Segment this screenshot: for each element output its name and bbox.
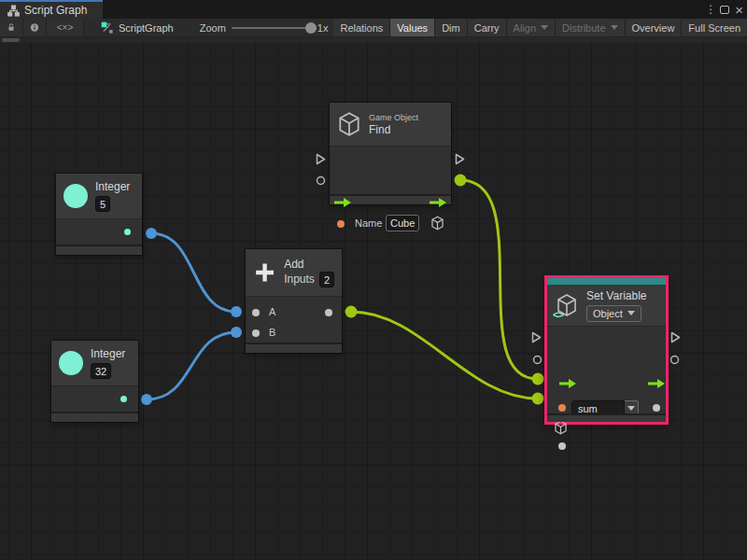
wire-integer5-to-add-a[interactable] <box>151 233 236 312</box>
tab-title: Script Graph <box>24 4 87 17</box>
graph-name-label: ScriptGraph <box>93 19 181 36</box>
flow-entry-triangle-icon[interactable] <box>316 153 326 165</box>
node-footer <box>56 245 142 255</box>
dim-button[interactable]: Dim <box>435 19 468 36</box>
node-title: Find <box>369 123 418 136</box>
wire-add-to-setvariable-value[interactable] <box>351 312 538 399</box>
node-integer-top[interactable]: Integer 5 <box>56 174 142 255</box>
script-graph-window: Script Graph ⋮ × <×> <box>0 0 747 560</box>
maximize-icon[interactable] <box>720 6 729 14</box>
code-preview-button[interactable]: <×> <box>47 19 84 36</box>
game-object-cube-icon <box>337 111 361 137</box>
carry-button[interactable]: Carry <box>468 19 507 36</box>
lock-button[interactable] <box>0 19 23 36</box>
output-port[interactable] <box>120 396 127 402</box>
window-menu-icon[interactable]: ⋮ <box>705 3 714 16</box>
variable-scope-dropdown[interactable]: Object <box>586 305 641 322</box>
node-header: Integer 5 <box>56 174 142 218</box>
variable-output-port[interactable] <box>653 404 660 412</box>
relations-label: Relations <box>340 22 383 34</box>
align-label: Align <box>514 22 536 34</box>
flow-output-arrow-icon[interactable] <box>429 197 447 208</box>
wire-endpoint[interactable] <box>455 175 467 187</box>
variable-name-port[interactable] <box>558 404 566 412</box>
wire-endpoint[interactable] <box>231 327 242 338</box>
wire-integer32-to-add-b[interactable] <box>147 332 236 399</box>
node-body <box>51 385 138 412</box>
zoom-control: Zoom 1x <box>194 19 334 36</box>
game-object-port-icon[interactable] <box>430 216 444 231</box>
node-set-variable[interactable]: <> Set Variable Object <box>544 275 669 425</box>
flow-input-arrow-icon[interactable] <box>558 378 577 389</box>
zoom-label: Zoom <box>200 22 226 34</box>
wire-endpoint[interactable] <box>141 394 152 405</box>
values-button[interactable]: Values <box>390 19 435 36</box>
inputs-count-field[interactable]: 2 <box>319 272 334 287</box>
relations-button[interactable]: Relations <box>333 19 390 36</box>
fullscreen-button[interactable]: Full Screen <box>682 19 747 36</box>
add-plus-icon <box>253 260 276 285</box>
node-body <box>56 218 142 245</box>
distribute-caret-icon <box>611 25 618 30</box>
close-icon[interactable]: × <box>735 3 743 17</box>
inputs-label: Inputs <box>284 273 315 286</box>
overview-label: Overview <box>632 22 675 34</box>
node-footer <box>51 412 138 422</box>
value-port-circle-icon[interactable] <box>669 355 680 365</box>
integer-value-field[interactable]: 5 <box>95 196 110 212</box>
code-angle-icon: <> <box>553 309 563 320</box>
node-header: Integer 32 <box>51 341 138 385</box>
node-footer <box>246 343 342 353</box>
name-input-port[interactable] <box>337 220 345 228</box>
horizontal-scrollbar-thumb[interactable] <box>2 38 20 42</box>
input-b-label: B <box>269 327 275 338</box>
overview-button[interactable]: Overview <box>626 19 683 36</box>
script-graph-icon <box>101 21 114 35</box>
output-port[interactable] <box>124 229 131 235</box>
graph-canvas[interactable]: Integer 5 Integer 32 <box>0 43 747 560</box>
values-label: Values <box>397 22 428 34</box>
lock-icon <box>7 21 16 34</box>
node-title: Set Variable <box>586 289 646 302</box>
input-port-a[interactable] <box>252 309 260 316</box>
node-integer-bottom[interactable]: Integer 32 <box>51 341 138 422</box>
fullscreen-label: Full Screen <box>688 22 740 34</box>
name-value-field[interactable]: Cube <box>386 215 419 231</box>
flow-exit-triangle-icon[interactable] <box>670 331 681 343</box>
distribute-button[interactable]: Distribute <box>556 19 625 36</box>
flow-input-arrow-icon[interactable] <box>333 197 352 208</box>
node-add[interactable]: Add Inputs 2 A B <box>246 249 342 353</box>
object-input-port-icon[interactable] <box>554 420 568 435</box>
align-button[interactable]: Align <box>507 19 556 36</box>
wire-endpoint[interactable] <box>532 373 544 385</box>
node-title: Add <box>284 258 334 271</box>
flow-entry-triangle-icon[interactable] <box>531 331 542 343</box>
dim-label: Dim <box>442 22 460 34</box>
info-button[interactable] <box>23 19 47 36</box>
wire-endpoint[interactable] <box>345 306 358 318</box>
node-header: Add Inputs 2 <box>246 249 342 296</box>
output-port[interactable] <box>325 309 332 316</box>
input-port-b[interactable] <box>252 329 260 337</box>
node-header: Game Object Find <box>330 103 451 146</box>
wire-endpoint[interactable] <box>231 306 242 317</box>
node-find[interactable]: Game Object Find Name Cube <box>330 103 451 204</box>
integer-value-field[interactable]: 32 <box>91 363 111 379</box>
node-body: Name Cube <box>330 146 451 194</box>
value-port-circle-icon[interactable] <box>532 355 543 365</box>
value-input-port[interactable] <box>558 442 566 450</box>
scope-label: Object <box>593 308 623 319</box>
wire-endpoint[interactable] <box>146 228 157 239</box>
wire-find-to-setvariable-object[interactable] <box>460 180 538 379</box>
flow-output-arrow-icon[interactable] <box>647 378 666 389</box>
variable-caret-icon <box>627 406 635 411</box>
zoom-slider-thumb[interactable] <box>305 22 317 34</box>
flow-exit-triangle-icon[interactable] <box>455 153 465 165</box>
value-port-circle-icon[interactable] <box>316 175 326 186</box>
set-variable-icon: <> <box>555 293 579 317</box>
carry-label: Carry <box>474 22 500 34</box>
zoom-slider[interactable] <box>232 27 312 29</box>
zoom-value: 1x <box>317 22 329 34</box>
tab-script-graph[interactable]: Script Graph <box>0 0 103 19</box>
wire-endpoint[interactable] <box>532 393 544 405</box>
